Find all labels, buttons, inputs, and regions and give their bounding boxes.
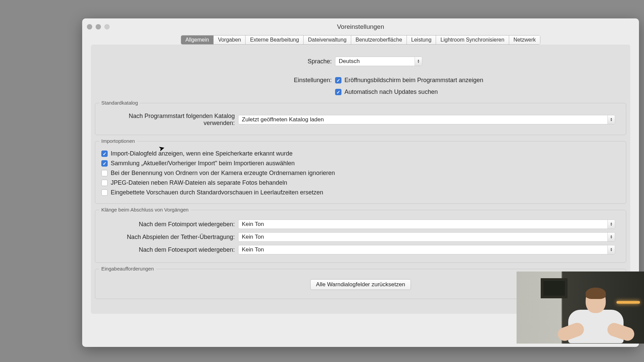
updates-label: Automatisch nach Updates suchen [344, 88, 438, 96]
webcam-overlay [517, 272, 644, 344]
reset-warnings-button[interactable]: Alle Warndialogfelder zurücksetzen [310, 279, 411, 290]
sound-tether-dropdown[interactable]: Kein Ton ▲▼ [238, 232, 615, 242]
tab-leistung[interactable]: Leistung [407, 36, 436, 44]
section-importoptionen: Importoptionen Import-Dialogfeld anzeige… [95, 141, 626, 204]
maximize-icon[interactable] [104, 24, 110, 29]
tab-benutzeroberflaeche[interactable]: Benutzeroberfläche [351, 36, 407, 44]
sound-import-label: Nach dem Fotoimport wiedergeben: [101, 221, 238, 228]
minimize-icon[interactable] [96, 24, 101, 29]
import-opt-4: Eingebettete Vorschauen durch Standardvo… [111, 189, 323, 196]
import-dialog-checkbox[interactable] [101, 150, 108, 157]
splash-label: Eröffnungsbildschirm beim Programmstart … [344, 77, 483, 84]
titlebar: Voreinstellungen [82, 18, 639, 35]
language-dropdown[interactable]: Deutsch ▲▼ [335, 57, 422, 66]
section-title-katalog: Standardkatalog [99, 100, 140, 106]
section-standardkatalog: Standardkatalog Nach Programmstart folge… [95, 103, 626, 135]
settings-label: Einstellungen: [91, 77, 335, 84]
chevron-up-down-icon: ▲▼ [415, 57, 422, 66]
tab-netzwerk[interactable]: Netzwerk [509, 36, 540, 44]
sound-tether-value: Kein Ton [238, 234, 607, 240]
splash-checkbox[interactable] [335, 77, 341, 83]
import-foldernames-checkbox[interactable] [101, 170, 108, 176]
sound-export-dropdown[interactable]: Kein Ton ▲▼ [238, 245, 615, 254]
import-jpeg-raw-checkbox[interactable] [101, 180, 108, 186]
close-icon[interactable] [87, 24, 92, 29]
import-collection-checkbox[interactable] [101, 160, 108, 167]
import-opt-3: JPEG-Dateien neben RAW-Dateien als separ… [111, 179, 287, 186]
traffic-lights [87, 24, 110, 29]
import-opt-1: Sammlung „Aktueller/Vorheriger Import" b… [111, 160, 295, 167]
section-klaenge: Klänge beim Abschluss von Vorgängen Nach… [95, 210, 626, 263]
catalog-value: Zuletzt geöffneten Katalog laden [238, 116, 607, 123]
sound-export-value: Kein Ton [238, 246, 607, 253]
tab-dateiverwaltung[interactable]: Dateiverwaltung [304, 36, 351, 44]
tab-externe-bearbeitung[interactable]: Externe Bearbeitung [246, 36, 304, 44]
sound-import-value: Kein Ton [238, 221, 607, 228]
chevron-up-down-icon: ▲▼ [607, 233, 615, 241]
chevron-up-down-icon: ▲▼ [607, 220, 615, 229]
tab-vorgaben[interactable]: Vorgaben [214, 36, 246, 44]
sound-tether-label: Nach Abspielen der Tether-Übertragung: [101, 234, 238, 241]
chevron-up-down-icon: ▲▼ [607, 115, 615, 124]
chevron-up-down-icon: ▲▼ [607, 245, 615, 254]
section-title-sounds: Klänge beim Abschluss von Vorgängen [99, 207, 191, 213]
import-opt-2: Bei der Benennung von Ordnern von der Ka… [111, 170, 335, 177]
sound-import-dropdown[interactable]: Kein Ton ▲▼ [238, 220, 615, 229]
section-title-prompts: Eingabeaufforderungen [99, 266, 156, 272]
language-label: Sprache: [91, 58, 335, 65]
section-title-import: Importoptionen [99, 138, 137, 144]
catalog-dropdown[interactable]: Zuletzt geöffneten Katalog laden ▲▼ [238, 115, 615, 124]
import-embedded-previews-checkbox[interactable] [101, 189, 108, 196]
tab-allgemein[interactable]: Allgemein [181, 36, 214, 44]
catalog-label: Nach Programmstart folgenden Katalog ver… [101, 113, 238, 127]
sound-export-label: Nach dem Fotoexport wiedergeben: [101, 246, 238, 253]
window-title: Voreinstellungen [337, 23, 384, 31]
import-opt-0: Import-Dialogfeld anzeigen, wenn eine Sp… [111, 150, 292, 157]
language-value: Deutsch [335, 58, 415, 65]
tab-lightroom-sync[interactable]: Lightroom Synchronisieren [436, 36, 509, 44]
tabbar: Allgemein Vorgaben Externe Bearbeitung D… [82, 35, 639, 45]
updates-checkbox[interactable] [335, 89, 341, 95]
